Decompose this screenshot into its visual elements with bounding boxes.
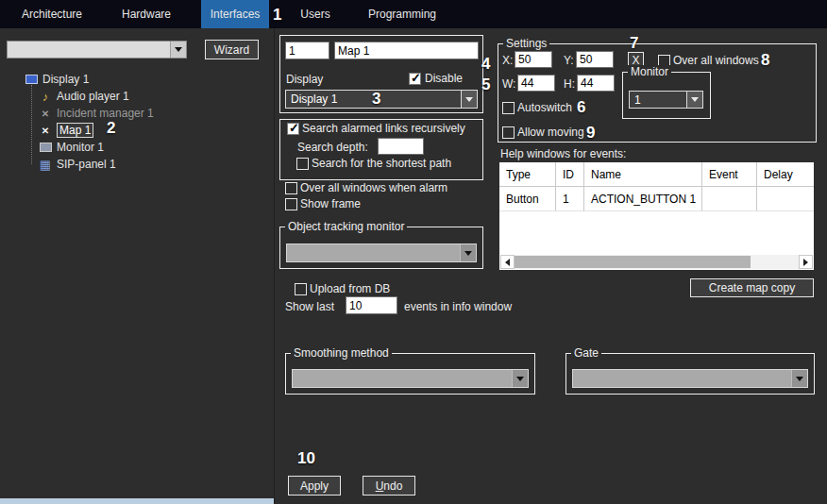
tab-users[interactable]: Users — [289, 0, 342, 28]
object-name-field[interactable] — [334, 42, 479, 59]
tracking-group-title: Object tracking monitor — [285, 220, 407, 233]
object-id-field[interactable] — [285, 42, 329, 59]
upload-from-db-checkbox[interactable] — [295, 283, 307, 295]
tracking-monitor-select[interactable] — [286, 244, 477, 262]
scrollbar-thumb[interactable] — [515, 256, 751, 268]
scroll-left-button[interactable] — [500, 255, 515, 269]
wizard-button[interactable]: Wizard — [205, 40, 259, 59]
annotation-4: 4 — [481, 55, 490, 74]
show-frame-checkbox[interactable] — [285, 198, 297, 210]
x-field[interactable] — [515, 51, 552, 68]
scrollbar-track[interactable] — [515, 255, 799, 269]
scroll-right-icon — [803, 259, 808, 266]
tree-item-monitor[interactable]: Monitor 1 — [39, 139, 104, 156]
column-header-type[interactable]: Type — [499, 162, 556, 187]
over-all-windows-alarm-checkbox[interactable] — [285, 182, 297, 194]
settings-group-title: Settings — [503, 37, 549, 50]
monitor-group-title: Monitor — [628, 65, 671, 78]
display-select[interactable]: Display 1 — [285, 90, 478, 109]
annotation-10: 10 — [297, 449, 315, 468]
y-field[interactable] — [576, 51, 614, 68]
tree-item-sip-panel[interactable]: SIP-panel 1 — [39, 156, 116, 173]
tab-architecture[interactable]: Architecture — [11, 0, 93, 28]
autoswitch-label: Autoswitch — [517, 101, 572, 114]
object-type-combobox[interactable] — [7, 41, 187, 59]
app-window: Architecture Hardware Interfaces Users P… — [0, 0, 827, 504]
allow-moving-label: Allow moving — [517, 126, 584, 139]
create-map-copy-button[interactable]: Create map copy — [690, 278, 814, 297]
incident-manager-icon — [39, 107, 52, 120]
chevron-down-icon[interactable] — [791, 370, 807, 387]
monitor-select[interactable]: 1 — [629, 91, 703, 109]
smoothing-group-title: Smoothing method — [291, 346, 392, 360]
tree-item-display[interactable]: Display 1 — [25, 71, 89, 88]
cell-delay — [757, 187, 814, 211]
sip-panel-icon — [39, 158, 52, 171]
tree-item-label: Map 1 — [57, 123, 93, 138]
tree-item-audio-player[interactable]: Audio player 1 — [39, 88, 129, 105]
smoothing-method-select[interactable] — [292, 369, 529, 388]
gate-select[interactable] — [572, 369, 808, 388]
tree-item-incident-manager[interactable]: Incident manager 1 — [39, 105, 154, 122]
chevron-down-icon[interactable] — [512, 370, 528, 387]
annotation-6: 6 — [577, 98, 585, 117]
annotation-3: 3 — [372, 90, 380, 109]
annotation-5: 5 — [481, 76, 490, 94]
h-label: H: — [564, 77, 575, 91]
tree-horizontal-scrollbar[interactable] — [0, 498, 274, 504]
search-depth-label: Search depth: — [297, 141, 368, 154]
smoothing-method-value — [293, 370, 512, 387]
cell-id: 1 — [556, 187, 584, 211]
tab-hardware[interactable]: Hardware — [106, 0, 187, 28]
autoswitch-checkbox[interactable] — [502, 102, 515, 114]
audio-player-icon — [39, 90, 52, 103]
chevron-down-icon[interactable] — [170, 42, 186, 58]
events-info-label: events in info window — [404, 300, 512, 313]
tree-item-label: SIP-panel 1 — [57, 158, 116, 171]
annotation-8: 8 — [761, 51, 769, 70]
apply-button[interactable]: Apply — [288, 476, 341, 496]
tree-item-label: Monitor 1 — [57, 141, 104, 154]
column-header-id[interactable]: ID — [556, 162, 584, 187]
column-header-delay[interactable]: Delay — [757, 162, 814, 187]
column-header-event[interactable]: Event — [702, 162, 757, 187]
w-label: W: — [502, 77, 515, 91]
disable-checkbox[interactable] — [409, 73, 421, 85]
search-depth-field[interactable] — [378, 138, 424, 155]
scroll-right-button[interactable] — [799, 255, 813, 269]
chevron-down-icon[interactable] — [686, 92, 702, 108]
tree-item-label: Audio player 1 — [57, 90, 129, 103]
gate-select-value — [573, 370, 791, 387]
undo-button-label: Undo — [376, 479, 403, 493]
shortest-path-label: Search for the shortest path — [312, 157, 451, 170]
over-all-windows-label: Over all windows — [673, 54, 759, 67]
chevron-down-icon[interactable] — [461, 91, 477, 108]
panel-divider — [274, 28, 275, 504]
column-header-name[interactable]: Name — [584, 162, 702, 187]
tab-programming[interactable]: Programming — [357, 0, 447, 28]
chevron-down-icon[interactable] — [460, 244, 476, 261]
shortest-path-checkbox[interactable] — [296, 158, 309, 170]
search-recursive-label: Search alarmed links recursively — [302, 122, 465, 135]
tab-interfaces[interactable]: Interfaces — [201, 0, 269, 28]
show-frame-label: Show frame — [300, 197, 361, 210]
table-header-row: Type ID Name Event Delay — [499, 162, 814, 187]
tree-item-label: Display 1 — [42, 73, 89, 86]
tree-item-map[interactable]: Map 1 — [39, 122, 93, 139]
show-last-label: Show last — [285, 300, 334, 313]
tree-connector — [31, 85, 32, 164]
undo-button[interactable]: Undo — [363, 476, 415, 496]
annotation-1: 1 — [273, 6, 281, 25]
table-row[interactable]: Button 1 ACTION_BUTTON 1 — [499, 187, 814, 211]
help-events-title: Help windows for events: — [500, 147, 626, 160]
table-horizontal-scrollbar[interactable] — [500, 255, 813, 269]
h-field[interactable] — [577, 75, 615, 92]
w-field[interactable] — [517, 75, 555, 92]
annotation-2: 2 — [107, 119, 115, 138]
display-label: Display — [286, 73, 323, 86]
allow-moving-checkbox[interactable] — [502, 126, 515, 139]
search-recursive-checkbox[interactable] — [287, 123, 299, 135]
monitor-icon — [39, 141, 52, 154]
monitor-select-value: 1 — [630, 92, 686, 108]
show-last-field[interactable] — [346, 296, 397, 314]
